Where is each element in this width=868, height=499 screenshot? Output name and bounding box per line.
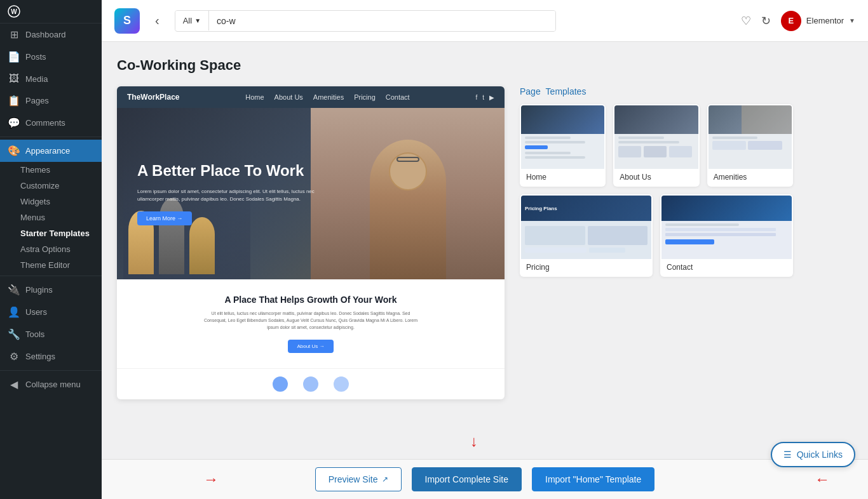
sidebar-sub-label-theme-editor: Theme Editor (20, 260, 70, 270)
template-card-about-us[interactable]: About Us (613, 104, 699, 187)
sidebar-item-plugins[interactable]: 🔌 Plugins (0, 279, 102, 301)
search-input[interactable] (209, 11, 555, 31)
starter-templates-logo: S (114, 8, 140, 34)
hero-cta-button[interactable]: Learn More → (137, 211, 192, 225)
refresh-icon[interactable]: ↻ (761, 14, 771, 28)
template-card-amenities[interactable]: Amenities (707, 104, 793, 187)
thumb-pricing-title: Pricing Plans (525, 206, 557, 211)
nav-contact: Contact (386, 93, 410, 101)
import-home-btn-label: Import "Home" Template (545, 474, 641, 484)
filter-dropdown[interactable]: All ▼ (175, 11, 209, 30)
thumb-form (665, 228, 788, 244)
sidebar-divider-3 (0, 370, 102, 371)
sidebar-sub-label-astra-options: Astra Options (20, 244, 71, 254)
thumb-amenities-items (712, 141, 788, 150)
sidebar-sub-label-themes: Themes (20, 165, 50, 175)
sidebar-item-pages[interactable]: 📋 Pages (0, 90, 102, 112)
pages-icon: 📋 (8, 95, 20, 107)
sidebar-label-posts: Posts (25, 52, 46, 62)
nav-home: Home (245, 93, 264, 101)
sidebar-label-plugins: Plugins (25, 285, 53, 295)
red-arrow-left-1: ← (815, 470, 830, 488)
quick-links-button[interactable]: ☰ Quick Links (771, 442, 855, 467)
back-button[interactable]: ‹ (150, 11, 165, 30)
preview-site-button[interactable]: Preview Site ↗ (315, 467, 402, 491)
main-panel: S ‹ All ▼ ♡ ↻ E Elementor ▼ Co-Working S… (102, 0, 868, 499)
preview-nav: TheWorkPlace Home About Us Amenities Pri… (117, 86, 505, 108)
section2-heading: A Place That Helps Growth Of Your Work (137, 295, 484, 305)
arrow-down-indicator: ↓ (470, 428, 478, 451)
thumb-line (618, 141, 679, 143)
thumb-line (712, 136, 758, 139)
site-preview: TheWorkPlace Home About Us Amenities Pri… (117, 86, 505, 399)
sidebar-item-dashboard[interactable]: ⊞ Dashboard (0, 23, 102, 46)
thumb-img (644, 146, 667, 157)
red-arrow-down: ↓ (470, 432, 478, 449)
preview-icon-2 (303, 376, 318, 392)
hero-body: Lorem ipsum dolor sit amet, consectetur … (137, 188, 315, 204)
sidebar-label-dashboard: Dashboard (25, 30, 66, 39)
sidebar-item-media[interactable]: 🖼 Media (0, 68, 102, 90)
preview-icon-1 (273, 376, 288, 392)
favorites-icon[interactable]: ♡ (741, 14, 751, 28)
preview-area: TheWorkPlace Home About Us Amenities Pri… (117, 86, 505, 399)
sidebar-item-comments[interactable]: 💬 Comments (0, 112, 102, 134)
sidebar-label-tools: Tools (25, 329, 44, 339)
sidebar-collapse-menu[interactable]: ◀ Collapse menu (0, 373, 102, 396)
dashboard-icon: ⊞ (8, 29, 20, 41)
sidebar-label-comments: Comments (25, 118, 65, 128)
template-thumb-amenities (709, 105, 792, 169)
sidebar-sub-menus[interactable]: Menus (0, 210, 102, 225)
templates-title-plain: Page (520, 86, 541, 96)
search-bar: All ▼ (175, 10, 556, 32)
sidebar-sub-label-widgets: Widgets (20, 197, 50, 206)
user-menu[interactable]: E Elementor ▼ (781, 11, 855, 31)
import-home-template-button[interactable]: Import "Home" Template (532, 467, 654, 491)
comments-icon: 💬 (8, 117, 20, 129)
thumb-form-btn (665, 239, 714, 244)
preview-section2: A Place That Helps Growth Of Your Work U… (117, 279, 505, 368)
sidebar-sub-widgets[interactable]: Widgets (0, 194, 102, 210)
sidebar-label-media: Media (25, 74, 48, 84)
thumb-line (589, 248, 626, 253)
posts-icon: 📄 (8, 51, 20, 63)
twitter-icon: t (482, 94, 484, 101)
template-card-pricing[interactable]: Pricing Plans (520, 194, 653, 277)
preview-hero: A Better Place To Work Lorem ipsum dolor… (117, 108, 505, 279)
wp-logo: W (0, 0, 102, 23)
sidebar-item-posts[interactable]: 📄 Posts (0, 46, 102, 68)
sidebar-sub-starter-templates[interactable]: Starter Templates (0, 225, 102, 241)
templates-section-title: Page Templates (520, 86, 793, 96)
media-icon: 🖼 (8, 73, 20, 84)
template-label-contact: Contact (661, 259, 792, 276)
templates-title-accent: Templates (546, 86, 587, 96)
sidebar-item-appearance[interactable]: 🎨 Appearance (0, 140, 102, 162)
sidebar-sub-customize[interactable]: Customize (0, 178, 102, 194)
thumb-line (525, 156, 585, 159)
template-card-home[interactable]: Home (520, 104, 606, 187)
sidebar-sub-label-starter-templates: Starter Templates (20, 229, 90, 238)
template-card-contact[interactable]: Contact (660, 194, 793, 277)
thumb-line-cta (525, 145, 548, 149)
sidebar-item-users[interactable]: 👤 Users (0, 301, 102, 323)
youtube-icon: ▶ (489, 94, 494, 101)
thumb-img (618, 146, 641, 157)
import-complete-site-button[interactable]: Import Complete Site (412, 467, 522, 491)
collapse-icon: ◀ (8, 378, 20, 390)
thumb-content-about (614, 134, 698, 160)
sidebar-sub-themes[interactable]: Themes (0, 162, 102, 178)
thumb-line (665, 223, 739, 226)
logo-letter: S (123, 14, 131, 27)
thumb-price-card (525, 226, 585, 245)
sidebar-sub-astra-options[interactable]: Astra Options (0, 241, 102, 257)
preview-site-name: TheWorkPlace (127, 93, 179, 102)
user-avatar: E (781, 11, 801, 31)
sidebar-item-tools[interactable]: 🔧 Tools (0, 323, 102, 345)
preview-icons-row (117, 368, 505, 399)
sidebar-item-settings[interactable]: ⚙ Settings (0, 345, 102, 368)
section2-btn[interactable]: About Us → (288, 340, 333, 353)
nav-pricing: Pricing (354, 93, 376, 101)
thumb-price-card (588, 226, 648, 245)
sidebar-sub-theme-editor[interactable]: Theme Editor (0, 257, 102, 273)
user-avatar-letter: E (789, 16, 794, 25)
